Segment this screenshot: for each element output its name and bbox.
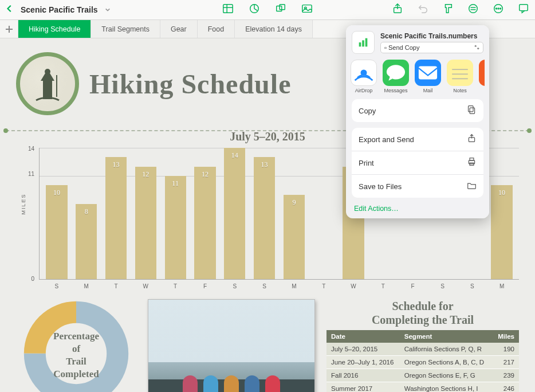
sheet-tab[interactable]: Gear xyxy=(160,20,198,38)
edit-actions-link[interactable]: Edit Actions… xyxy=(352,203,483,215)
table-row[interactable]: June 20–July 1, 2016Oregon Sections A, B… xyxy=(326,356,519,369)
undo-button[interactable] xyxy=(417,3,428,17)
share-filename: Scenic Pacific Trails.numbers xyxy=(380,32,483,40)
more-button[interactable] xyxy=(493,3,504,17)
share-app-mail[interactable]: Mail xyxy=(415,60,441,93)
table-cell: 217 xyxy=(493,356,519,369)
table-header[interactable]: Segment xyxy=(400,330,493,343)
table-cell: Oregon Sections A, B, C, D xyxy=(400,356,493,369)
share-action-save-to-files[interactable]: Save to Files xyxy=(352,175,483,198)
bar-value: 10 xyxy=(46,189,67,197)
bar-value: 12 xyxy=(194,170,215,179)
svg-rect-27 xyxy=(419,66,437,80)
sheet-tab[interactable]: Hiking Schedule xyxy=(18,20,91,38)
mail-icon xyxy=(415,60,441,86)
bar-value: 12 xyxy=(135,170,156,179)
sheet-tab[interactable]: Food xyxy=(198,20,235,38)
bar[interactable]: 10 xyxy=(46,185,67,279)
svg-rect-31 xyxy=(470,108,475,113)
x-tick: W xyxy=(339,283,368,289)
bar[interactable]: 13 xyxy=(105,157,127,279)
document-title[interactable]: Scenic Pacific Trails xyxy=(21,5,98,14)
table-cell: July 5–20, 2015 xyxy=(326,343,400,356)
svg-point-9 xyxy=(469,5,478,13)
bar[interactable]: 13 xyxy=(254,157,275,279)
messages-icon xyxy=(383,60,409,86)
beach-photo[interactable] xyxy=(148,299,315,392)
svg-rect-23 xyxy=(359,42,361,46)
table-row[interactable]: Summer 2017Washington Sections H, I246 xyxy=(326,382,519,393)
schedule-table[interactable]: DateSegmentMiles July 5–20, 2015Californ… xyxy=(326,330,519,392)
bar[interactable]: 12 xyxy=(194,167,215,279)
x-tick: W xyxy=(131,283,160,289)
back-button[interactable] xyxy=(6,5,14,15)
insert-chart-button[interactable] xyxy=(249,3,260,17)
share-sheet-popover: Scenic Pacific Trails.numbers ▫ Send Cop… xyxy=(346,25,489,218)
sheet-tab[interactable]: Trail Segments xyxy=(91,20,160,38)
comment-button[interactable] xyxy=(518,3,529,17)
x-tick: T xyxy=(101,283,131,289)
bar-value: 10 xyxy=(491,189,512,197)
bar[interactable]: 11 xyxy=(165,176,186,279)
share-app-label: Mail xyxy=(415,88,441,93)
svg-rect-5 xyxy=(280,5,285,10)
share-button[interactable] xyxy=(392,3,403,17)
table-header[interactable]: Miles xyxy=(493,330,519,343)
format-brush-button[interactable] xyxy=(442,3,454,17)
table-cell: Washington Sections H, I xyxy=(400,382,493,393)
bar[interactable]: 9 xyxy=(284,195,305,279)
x-tick: M xyxy=(487,283,517,289)
share-app-notes[interactable]: Notes xyxy=(447,60,473,93)
x-tick: T xyxy=(160,283,190,289)
send-copy-dropdown[interactable]: ▫ Send Copy xyxy=(380,42,483,53)
share-action-copy[interactable]: Copy xyxy=(352,99,483,122)
numbers-app-icon xyxy=(352,31,375,54)
table-header[interactable]: Date xyxy=(326,330,400,343)
top-toolbar: Scenic Pacific Trails xyxy=(0,0,535,20)
x-tick: F xyxy=(398,283,428,289)
share-app-fr[interactable]: Fr xyxy=(479,60,485,93)
table-row[interactable]: July 5–20, 2015California Sections P, Q,… xyxy=(326,343,519,356)
svg-rect-24 xyxy=(362,40,364,46)
svg-rect-32 xyxy=(469,106,474,112)
bar-value: 13 xyxy=(254,160,275,169)
share-action-print[interactable]: Print xyxy=(352,151,483,175)
insert-media-button[interactable] xyxy=(301,3,313,17)
svg-point-13 xyxy=(495,8,497,9)
x-tick: T xyxy=(368,283,398,289)
share-app-airdrop[interactable]: AirDrop xyxy=(351,60,377,93)
svg-rect-25 xyxy=(365,38,368,47)
share-app-messages[interactable]: Messages xyxy=(383,60,409,93)
fr-icon xyxy=(479,60,485,86)
sheet-tab[interactable]: Elevation 14 days xyxy=(235,20,313,38)
table-row[interactable]: Fall 2016Oregon Sections E, F, G239 xyxy=(326,369,519,382)
bar-value: 13 xyxy=(105,160,127,169)
y-axis-label: MILES xyxy=(21,193,26,214)
x-tick: S xyxy=(42,283,72,289)
y-tick: 11 xyxy=(28,171,34,177)
x-tick: F xyxy=(190,283,220,289)
share-app-label: Messages xyxy=(383,88,409,93)
insert-table-button[interactable] xyxy=(222,3,234,17)
table-cell: June 20–July 1, 2016 xyxy=(326,356,400,369)
add-sheet-button[interactable] xyxy=(0,20,18,38)
schedule-table-title: Schedule for Completing the Trail xyxy=(326,299,519,327)
svg-point-15 xyxy=(500,8,501,9)
share-action-export-and-send[interactable]: Export and Send xyxy=(352,128,483,151)
svg-point-19 xyxy=(45,69,50,75)
chevron-down-icon[interactable] xyxy=(105,7,111,13)
bar[interactable]: 12 xyxy=(135,167,156,279)
bar[interactable]: 10 xyxy=(491,185,512,279)
x-tick: S xyxy=(250,283,280,289)
table-cell: California Sections P, Q, R xyxy=(400,343,493,356)
insert-shape-button[interactable] xyxy=(275,3,286,17)
bar-value: 14 xyxy=(224,151,245,160)
action-label: Print xyxy=(359,159,374,167)
completion-donut-chart[interactable]: Percentage of Trail Completed xyxy=(16,299,136,392)
x-tick: S xyxy=(457,283,487,289)
svg-rect-6 xyxy=(302,5,312,13)
bar[interactable]: 14 xyxy=(224,148,245,279)
bar[interactable]: 8 xyxy=(76,204,97,279)
table-cell: 190 xyxy=(493,343,519,356)
style-button[interactable] xyxy=(467,3,479,17)
